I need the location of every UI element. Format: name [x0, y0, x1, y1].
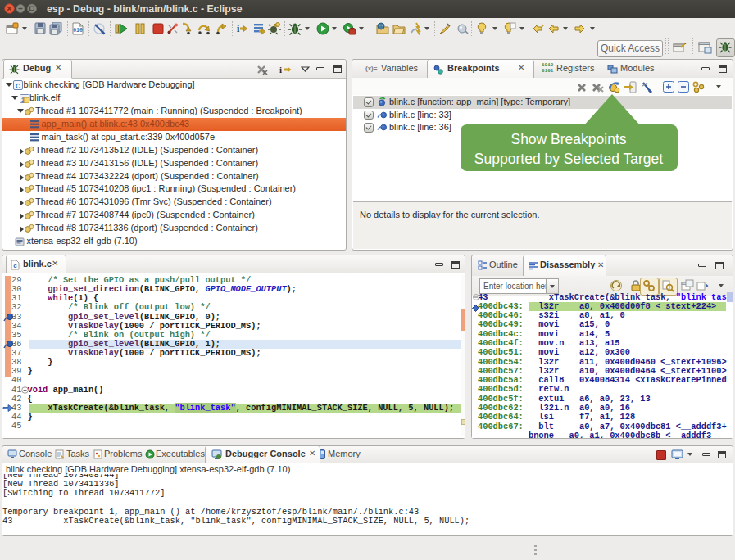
svg-text:Supported by Selected Target: Supported by Selected Target — [474, 151, 663, 167]
svg-text:i: i — [237, 23, 240, 34]
svg-text:c: c — [13, 262, 17, 269]
svg-text:i: i — [279, 65, 282, 75]
svg-text:010: 010 — [73, 28, 83, 34]
svg-text:Show Breakpoints: Show Breakpoints — [510, 131, 626, 147]
svg-text:C: C — [16, 82, 21, 90]
